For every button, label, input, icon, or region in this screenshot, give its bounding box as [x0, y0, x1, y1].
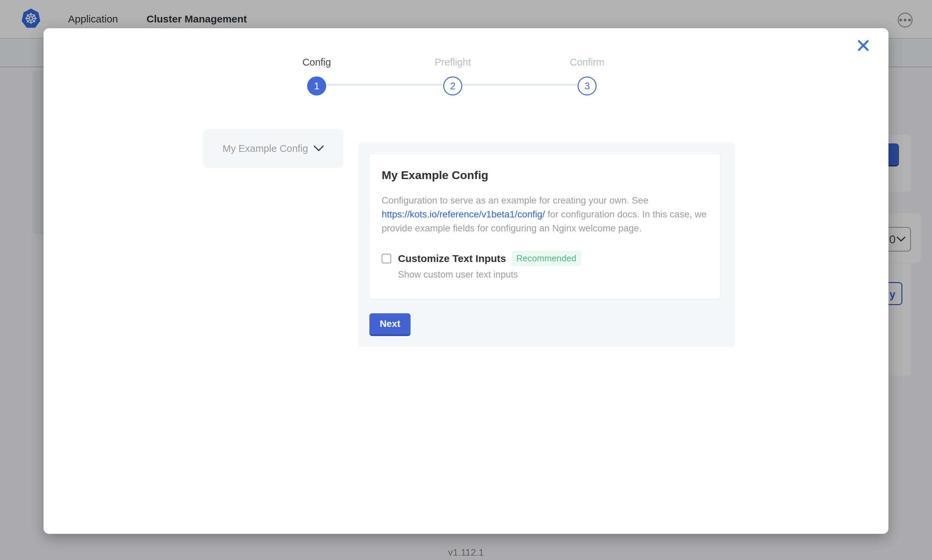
step-confirm: Confirm 3	[550, 57, 625, 95]
config-wizard-modal: Config 1 Preflight 2 Confirm 3 My Exampl…	[43, 28, 889, 534]
config-group-dropdown-label: My Example Config	[222, 143, 308, 154]
step-label: Preflight	[415, 57, 490, 68]
close-button[interactable]	[856, 38, 871, 53]
config-group-description: Configuration to serve as an example for…	[382, 193, 708, 235]
checkbox-help-text: Show custom user text inputs	[398, 269, 708, 280]
step-preflight: Preflight 2	[415, 57, 490, 95]
config-group-card: My Example Config Configuration to serve…	[369, 153, 721, 299]
next-button[interactable]: Next	[369, 313, 410, 336]
description-text: Configuration to serve as an example for…	[382, 195, 648, 206]
recommended-badge: Recommended	[512, 251, 581, 266]
checkbox-row: Customize Text Inputs Recommended	[382, 251, 708, 266]
step-number-badge: 3	[577, 77, 597, 95]
config-group-title: My Example Config	[382, 169, 708, 182]
close-icon	[856, 39, 870, 52]
customize-text-inputs-checkbox[interactable]	[382, 254, 391, 263]
step-number-badge: 2	[443, 77, 462, 95]
step-label: Config	[279, 57, 354, 68]
step-config: Config 1	[279, 57, 354, 95]
config-panel: My Example Config Configuration to serve…	[358, 142, 735, 347]
config-group-dropdown[interactable]: My Example Config	[203, 129, 343, 168]
customize-text-inputs-label[interactable]: Customize Text Inputs	[398, 253, 506, 265]
config-docs-link[interactable]: https://kots.io/reference/v1beta1/config…	[382, 209, 545, 220]
step-number-badge: 1	[307, 77, 326, 95]
chevron-down-icon	[313, 145, 324, 152]
step-label: Confirm	[550, 57, 625, 68]
